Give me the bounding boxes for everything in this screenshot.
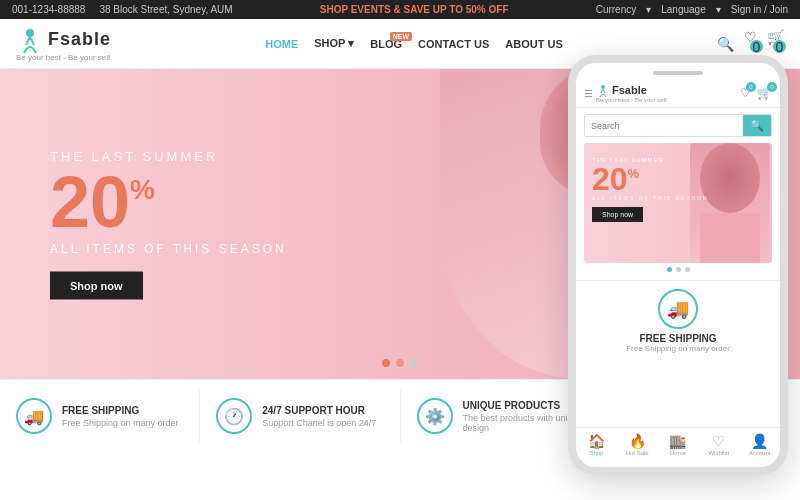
phone-nav-hotsale-label: Hot Sale [626,450,649,456]
phone-search-button[interactable]: 🔍 [743,115,771,136]
promo-text: SHOP EVENTS & SAVE UP TO [320,4,463,15]
unique-icon: ⚙️ [417,398,453,434]
feature-support-text: 24/7 SUPPORT HOUR Support Chanel is open… [262,405,376,428]
phone-nav-shop-label: Home [670,450,686,456]
top-bar-left: 001-1234-88888 38 Block Street, Sydney, … [12,4,233,15]
svg-line-1 [26,37,30,45]
currency-selector[interactable]: Currency [596,4,637,15]
header-icons: 🔍 ♡ 0 🛒 0 [717,29,784,58]
phone-mockup: ☰ Fsable Be your best - Be your self [568,55,788,475]
phone-logo-sub: Be your best - Be your self [596,97,667,103]
phone-hero-tagline: ALL ITEMS OF THIS SEASON [592,195,709,201]
phone-hero: THE LAST SUMMER 20 % ALL ITEMS OF THIS S… [584,143,772,263]
phone-dot-1[interactable] [667,267,672,272]
svg-line-2 [30,37,34,45]
phone-hero-pct: % [628,167,640,180]
svg-point-3 [601,85,605,89]
phone-nav-home-icon: 🏠 [588,433,605,449]
hero-discount-number: 20 [50,166,130,238]
phone-bottom-nav: 🏠 Shop 🔥 Hot Sale 🏬 Home ♡ Wishlist 👤 Ac… [576,427,780,461]
phone-header-icons: ♡ 0 🛒 0 [740,86,772,100]
wishlist-badge: 0 [750,40,763,53]
shipping-icon: 🚚 [16,398,52,434]
language-selector[interactable]: Language [661,4,706,15]
phone-shipping-section: 🚚 FREE SHIPPING Free Shipping on many or… [576,280,780,361]
phone-logo-area: Fsable Be your best - Be your self [596,83,667,103]
feature-shipping-text: FREE SHIPPING Free Shipping on many orde… [62,405,179,428]
phone-menu-icon[interactable]: ☰ [584,88,593,99]
hero-dot-2[interactable] [396,359,404,367]
phone-cart-badge: 0 [767,82,777,92]
main-nav: HOME SHOP ▾ BLOG NEW CONTACT US ABOUT US [265,37,563,50]
phone-wishlist-badge: 0 [746,82,756,92]
phone-ship-title: FREE SHIPPING [588,333,768,344]
phone-nav-wishlist[interactable]: ♡ Wishlist [698,428,739,461]
phone-hero-btn[interactable]: Shop now [592,207,643,222]
hero-discount-symbol: % [130,176,155,204]
svg-line-4 [601,89,603,93]
hero-shop-button[interactable]: Shop now [50,272,143,300]
hero-dot-3[interactable] [410,359,418,367]
cart-icon[interactable]: 🛒 0 [767,29,784,58]
logo-name: Fsable [48,29,111,50]
nav-contact[interactable]: CONTACT US [418,38,489,50]
unique-desc: The best products with unique design [463,413,584,433]
phone-wishlist-icon[interactable]: ♡ 0 [740,86,751,100]
feature-unique-text: UNIQUE PRODUCTS The best products with u… [463,400,584,433]
phone-nav-hotsale-icon: 🔥 [629,433,646,449]
phone-hero-text: THE LAST SUMMER 20 % ALL ITEMS OF THIS S… [592,157,709,222]
phone-nav-hotsale[interactable]: 🔥 Hot Sale [617,428,658,461]
feature-support: 🕐 24/7 SUPPORT HOUR Support Chanel is op… [200,390,400,442]
phone-number: 001-1234-88888 [12,4,85,15]
phone-inner: ☰ Fsable Be your best - Be your self [576,79,780,461]
top-bar-promo: SHOP EVENTS & SAVE UP TO 50% OFF [320,4,509,15]
phone-nav-account[interactable]: 👤 Account [739,428,780,461]
phone-search-input[interactable] [585,115,743,136]
phone-nav-wishlist-label: Wishlist [708,450,729,456]
nav-about[interactable]: ABOUT US [505,38,562,50]
svg-point-0 [26,29,34,37]
nav-blog[interactable]: BLOG NEW [370,38,402,50]
phone-nav-shop-icon: 🏬 [669,433,686,449]
phone-cart-icon[interactable]: 🛒 0 [757,86,772,100]
phone-nav-shop[interactable]: 🏬 Home [658,428,699,461]
logo-icon [16,25,44,53]
nav-shop[interactable]: SHOP ▾ [314,37,354,50]
wishlist-icon[interactable]: ♡ 0 [744,29,757,58]
phone-hero-discount: 20 % [592,163,709,195]
shipping-title: FREE SHIPPING [62,405,179,416]
phone-nav-home-label: Shop [589,450,603,456]
address: 38 Block Street, Sydney, AUM [99,4,232,15]
promo-discount: 50% OFF [466,4,509,15]
support-desc: Support Chanel is open 24/7 [262,418,376,428]
blog-badge: NEW [390,32,412,41]
logo: Fsable Be your best - Be your self [16,25,111,62]
phone-nav-account-icon: 👤 [751,433,768,449]
search-icon[interactable]: 🔍 [717,36,734,52]
phone-speaker [653,71,703,75]
hero-tagline: ALL ITEMS OF THIS SEASON [50,242,287,256]
feature-shipping: 🚚 FREE SHIPPING Free Shipping on many or… [0,390,200,442]
phone-nav-wishlist-icon: ♡ [712,433,725,449]
phone-dots [576,267,780,272]
unique-title: UNIQUE PRODUCTS [463,400,584,411]
shipping-desc: Free Shipping on many order [62,418,179,428]
svg-line-5 [603,89,605,93]
phone-dot-2[interactable] [676,267,681,272]
hero-content: THE LAST SUMMER 20 % ALL ITEMS OF THIS S… [50,149,287,300]
support-icon: 🕐 [216,398,252,434]
hero-discount: 20 % [50,166,287,238]
phone-logo-icon [596,83,610,97]
nav-home[interactable]: HOME [265,38,298,50]
phone-header: ☰ Fsable Be your best - Be your self [576,79,780,108]
phone-nav-home[interactable]: 🏠 Shop [576,428,617,461]
support-title: 24/7 SUPPORT HOUR [262,405,376,416]
hero-dots [382,359,418,367]
phone-ship-icon: 🚚 [658,289,698,329]
top-bar: 001-1234-88888 38 Block Street, Sydney, … [0,0,800,19]
phone-nav-account-label: Account [749,450,771,456]
signin-link[interactable]: Sign in / Join [731,4,788,15]
hero-dot-1[interactable] [382,359,390,367]
phone-ship-sub: Free Shipping on many order [588,344,768,353]
phone-dot-3[interactable] [685,267,690,272]
